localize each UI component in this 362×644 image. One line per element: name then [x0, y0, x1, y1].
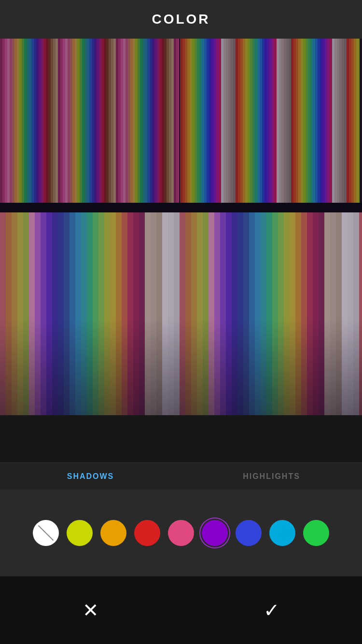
- swatch-yellow[interactable]: [67, 520, 93, 546]
- page-title: COLOR: [152, 12, 210, 27]
- swatch-cyan[interactable]: [269, 520, 295, 546]
- swatch-orange[interactable]: [100, 520, 126, 546]
- tab-shadows[interactable]: SHADOWS: [0, 463, 181, 490]
- photo-preview: [0, 39, 362, 462]
- tab-highlights[interactable]: HIGHLIGHTS: [181, 463, 362, 490]
- cancel-button[interactable]: ✕: [74, 593, 108, 627]
- confirm-button[interactable]: ✓: [255, 593, 289, 627]
- swatch-none[interactable]: [33, 520, 59, 546]
- swatch-pink[interactable]: [168, 520, 194, 546]
- swatch-blue[interactable]: [236, 520, 262, 546]
- swatch-purple[interactable]: [202, 520, 228, 546]
- header: COLOR: [0, 0, 362, 39]
- swatch-red[interactable]: [134, 520, 160, 546]
- swatches-row: [0, 490, 362, 576]
- tabs-bar: SHADOWS HIGHLIGHTS: [0, 462, 362, 490]
- action-bar: ✕ ✓: [0, 576, 362, 644]
- swatch-green[interactable]: [303, 520, 329, 546]
